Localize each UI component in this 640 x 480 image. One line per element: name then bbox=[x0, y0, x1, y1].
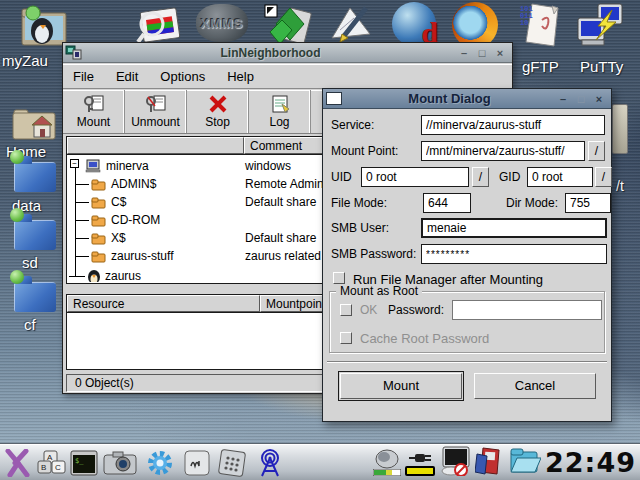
desktop-icon-data[interactable] bbox=[14, 162, 56, 192]
desktop-icon-gftp[interactable]: 101 011 10 bbox=[518, 2, 562, 51]
tree-row-zaurus[interactable]: zaurus bbox=[87, 267, 141, 282]
mount-toolbar-button[interactable]: Mount bbox=[63, 90, 125, 133]
dialog-minimize-button[interactable]: – bbox=[557, 93, 569, 105]
window-title: LinNeighborhood bbox=[83, 46, 458, 60]
penguin-folder-icon bbox=[20, 3, 68, 49]
penguin-icon bbox=[87, 269, 101, 283]
mount-dialog-titlebar[interactable]: Mount Dialog – □ × bbox=[323, 89, 611, 109]
volume-indicator[interactable] bbox=[373, 449, 401, 476]
dillo-globe-icon: d bbox=[392, 2, 436, 46]
uid-browse-button[interactable]: / bbox=[472, 167, 489, 187]
log-toolbar-button[interactable]: Log bbox=[249, 90, 311, 133]
log-notepad-icon bbox=[269, 94, 291, 114]
desktop-icon-myzaurus[interactable] bbox=[20, 3, 68, 52]
gid-input[interactable] bbox=[527, 167, 593, 187]
tree-header-name[interactable] bbox=[67, 137, 244, 154]
desktop-icon-myzaurus-label[interactable]: myZau bbox=[2, 52, 48, 69]
dir-mode-input[interactable] bbox=[565, 193, 611, 213]
smb-user-label: SMB User: bbox=[331, 221, 389, 235]
battery-bar bbox=[405, 466, 435, 476]
menu-file[interactable]: File bbox=[73, 69, 94, 84]
taskbar-settings-button[interactable] bbox=[141, 448, 179, 478]
tree-row-zaurus-stuff[interactable]: zaurus-stuff bbox=[91, 247, 173, 265]
power-plug-icon bbox=[407, 450, 433, 466]
menu-edit[interactable]: Edit bbox=[116, 69, 138, 84]
tree-row-c[interactable]: C$ bbox=[91, 193, 126, 211]
cancel-button[interactable]: Cancel bbox=[474, 373, 596, 399]
stop-toolbar-button[interactable]: Stop bbox=[187, 90, 249, 133]
taskbar-terminal-button[interactable]: $_ bbox=[69, 448, 99, 478]
root-password-input[interactable] bbox=[452, 300, 602, 320]
files-folder-icon bbox=[507, 446, 541, 476]
clock[interactable]: 22:49 bbox=[545, 447, 636, 478]
key-button-icon bbox=[184, 450, 210, 476]
dialog-menu-button[interactable] bbox=[326, 92, 342, 105]
desktop-icon-cf-label[interactable]: cf bbox=[24, 316, 36, 333]
taskbar-keyboard-button[interactable]: A B C bbox=[36, 448, 66, 478]
desktop-icon-sd[interactable] bbox=[14, 220, 56, 250]
taskbar-input-key-button[interactable] bbox=[182, 448, 212, 478]
service-label: Service: bbox=[331, 118, 374, 132]
menu-help[interactable]: Help bbox=[227, 69, 254, 84]
display-indicator[interactable] bbox=[439, 446, 471, 479]
partial-desktop-icon[interactable] bbox=[612, 104, 628, 154]
desktop-icon-xmms[interactable]: XMMS bbox=[196, 4, 248, 42]
root-password-label: Password: bbox=[388, 303, 444, 317]
linneighborhood-titlebar[interactable]: LinNeighborhood – □ × bbox=[63, 43, 512, 63]
share-folder-icon bbox=[91, 250, 107, 263]
desktop-icon-cf[interactable] bbox=[14, 282, 56, 312]
taskbar: A B C $_ bbox=[0, 444, 640, 480]
file-mode-label: File Mode: bbox=[331, 196, 387, 210]
xmms-icon: XMMS bbox=[196, 4, 248, 42]
smb-user-input[interactable] bbox=[421, 218, 607, 238]
desktop-icon-putty[interactable] bbox=[576, 2, 624, 51]
mount-toolbar-label: Mount bbox=[77, 115, 110, 129]
tree-comment-zaurus-stuff: zaurus related bbox=[245, 249, 321, 263]
dialog-close-button[interactable]: × bbox=[593, 93, 605, 105]
stop-x-icon bbox=[207, 94, 229, 114]
tree-row-cdrom[interactable]: CD-ROM bbox=[91, 211, 160, 229]
minimize-button[interactable]: – bbox=[458, 47, 470, 59]
card-indicator[interactable] bbox=[475, 446, 503, 479]
svg-text:C: C bbox=[55, 463, 61, 472]
svg-text:$_: $_ bbox=[75, 457, 84, 465]
root-ok-checkbox[interactable] bbox=[340, 304, 352, 316]
stop-toolbar-label: Stop bbox=[205, 115, 230, 129]
tree-row-minerva[interactable]: minerva bbox=[85, 157, 149, 175]
taskbar-x-button[interactable] bbox=[3, 448, 33, 478]
taskbar-keypad-button[interactable] bbox=[215, 448, 249, 478]
desktop-icon-sd-label[interactable]: sd bbox=[22, 254, 38, 271]
dialog-separator bbox=[327, 361, 607, 363]
maximize-button[interactable]: □ bbox=[476, 47, 488, 59]
files-indicator[interactable] bbox=[507, 446, 541, 479]
tree-expander-minus[interactable]: − bbox=[70, 159, 79, 168]
close-button[interactable]: × bbox=[494, 47, 506, 59]
menu-options[interactable]: Options bbox=[160, 69, 205, 84]
desktop-icon-home[interactable] bbox=[12, 102, 58, 145]
tree-row-admin[interactable]: ADMIN$ bbox=[91, 175, 156, 193]
menubar: File Edit Options Help bbox=[63, 64, 512, 89]
dialog-maximize-button[interactable]: □ bbox=[575, 93, 587, 105]
mounted-header-resource[interactable]: Resource bbox=[67, 295, 260, 312]
unmount-toolbar-button[interactable]: Unmount bbox=[125, 90, 187, 133]
mount-button[interactable]: Mount bbox=[340, 373, 462, 399]
file-mode-input[interactable] bbox=[423, 193, 471, 213]
desktop-icon-dillo[interactable]: d bbox=[392, 2, 436, 46]
desktop-icon-putty-label[interactable]: PuTTy bbox=[580, 58, 623, 75]
desktop-icon-gftp-label[interactable]: gFTP bbox=[522, 58, 559, 75]
power-indicator[interactable] bbox=[405, 450, 435, 476]
mount-point-input[interactable] bbox=[421, 141, 585, 161]
root-ok-label: OK bbox=[360, 303, 377, 317]
home-folder-icon bbox=[12, 102, 58, 142]
taskbar-wireless-button[interactable] bbox=[252, 448, 288, 478]
tree-row-x[interactable]: X$ bbox=[91, 229, 126, 247]
run-file-manager-checkbox[interactable] bbox=[333, 272, 345, 284]
uid-input[interactable] bbox=[361, 167, 469, 187]
taskbar-screenshot-button[interactable] bbox=[102, 448, 138, 478]
cache-root-password-checkbox[interactable] bbox=[340, 332, 352, 344]
service-input[interactable] bbox=[421, 115, 605, 135]
gid-browse-button[interactable]: / bbox=[595, 167, 612, 187]
smb-password-input[interactable] bbox=[421, 244, 607, 264]
mount-key-icon bbox=[83, 94, 105, 114]
mount-point-browse-button[interactable]: / bbox=[588, 141, 605, 161]
